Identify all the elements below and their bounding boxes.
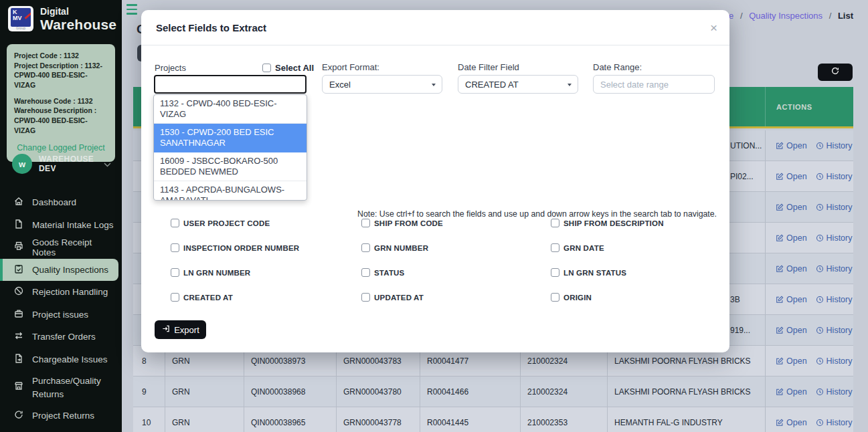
history-clock-icon bbox=[816, 234, 824, 242]
checkbox-icon[interactable] bbox=[171, 243, 179, 252]
refresh-button[interactable] bbox=[818, 64, 853, 81]
history-clock-icon bbox=[816, 357, 824, 365]
sidebar-item-dashboard[interactable]: Dashboard bbox=[0, 191, 122, 214]
dropdown-item[interactable]: 1143 - APCRDA-BUNGALOWS-AMARAVATI bbox=[154, 181, 307, 201]
open-link[interactable]: Open bbox=[776, 387, 807, 397]
field-label: SHIP FROM DESCRIPTION bbox=[563, 219, 664, 227]
history-link[interactable]: History bbox=[816, 264, 853, 274]
field-checkbox-row[interactable]: SHIP FROM CODE bbox=[361, 218, 551, 228]
breadcrumb-separator: / bbox=[829, 11, 832, 21]
checkbox-icon[interactable] bbox=[361, 219, 370, 227]
field-label: LN GRN NUMBER bbox=[183, 269, 250, 277]
row-actions: Open History bbox=[765, 161, 853, 191]
open-link[interactable]: Open bbox=[776, 295, 807, 304]
history-clock-icon bbox=[816, 296, 824, 304]
history-link[interactable]: History bbox=[816, 356, 853, 366]
sidebar-item-project-returns[interactable]: Project Returns bbox=[0, 405, 122, 427]
edit-icon bbox=[776, 203, 784, 211]
history-link[interactable]: History bbox=[816, 233, 853, 243]
field-checkbox-row[interactable]: GRN DATE bbox=[551, 243, 664, 253]
open-link[interactable]: Open bbox=[776, 326, 807, 335]
checkbox-icon[interactable] bbox=[551, 268, 559, 277]
row-actions: Open History bbox=[765, 407, 853, 432]
history-link[interactable]: History bbox=[816, 326, 853, 335]
edit-icon bbox=[776, 419, 784, 427]
field-checkbox-row[interactable]: CREATED AT bbox=[171, 292, 361, 302]
sidebar-item-goods-receipt-notes[interactable]: Goods Receipt Notes bbox=[0, 236, 122, 259]
export-format-value: Excel bbox=[329, 80, 351, 90]
history-link[interactable]: History bbox=[816, 295, 853, 304]
export-format-select[interactable]: Excel bbox=[322, 75, 442, 94]
history-link[interactable]: History bbox=[816, 418, 853, 427]
hamburger-menu-icon[interactable] bbox=[126, 4, 137, 15]
field-checkbox-row[interactable]: UPDATED AT bbox=[361, 292, 551, 302]
field-checkbox-row[interactable]: LN GRN NUMBER bbox=[171, 267, 361, 278]
avatar: w bbox=[12, 154, 32, 174]
user-menu[interactable]: w WAREHOUSE DEV bbox=[0, 151, 122, 177]
history-link[interactable]: History bbox=[816, 387, 853, 397]
field-checkbox-row[interactable]: GRN NUMBER bbox=[361, 243, 551, 253]
table-row: 9 GRN QIN000038968 GRN000043780 R0004146… bbox=[133, 376, 853, 407]
sidebar-item-chargeable-issues[interactable]: Chargeable Issues bbox=[0, 348, 122, 371]
open-link[interactable]: Open bbox=[776, 233, 807, 243]
checkbox-icon[interactable] bbox=[171, 268, 179, 277]
open-link[interactable]: Open bbox=[776, 418, 807, 427]
field-checkbox-row[interactable]: STATUS bbox=[361, 267, 551, 278]
sidebar-item-rejection-handling[interactable]: Rejection Handling bbox=[0, 281, 122, 304]
edit-icon bbox=[776, 234, 784, 242]
open-link[interactable]: Open bbox=[776, 264, 807, 274]
checkbox-icon[interactable] bbox=[551, 243, 559, 252]
field-checkbox-row[interactable]: SHIP FROM DESCRIPTION bbox=[551, 218, 664, 228]
briefcase-icon bbox=[13, 308, 24, 321]
history-link[interactable]: History bbox=[816, 172, 853, 181]
sidebar-item-material-intake-logs[interactable]: Material Intake Logs bbox=[0, 214, 122, 237]
sidebar-item-quality-inspections[interactable]: Quality Inspections bbox=[0, 259, 118, 282]
open-link[interactable]: Open bbox=[776, 172, 807, 181]
table-row: 10 GRN QIN000038965 GRN000043778 R000414… bbox=[133, 407, 853, 432]
modal-header: Select Fields to Extract × bbox=[141, 10, 729, 45]
sidebar-item-project-issues[interactable]: Project issues bbox=[0, 304, 122, 326]
dropdown-item[interactable]: 16009 - JSBCC-BOKARO-500 BEDDED NEWMED bbox=[154, 152, 307, 181]
select-all-checkbox-row[interactable]: Select All bbox=[262, 63, 314, 73]
history-link[interactable]: History bbox=[816, 141, 853, 150]
history-clock-icon bbox=[816, 388, 824, 396]
checkbox-icon[interactable] bbox=[361, 293, 370, 302]
search-hint-note: Note: Use ctrl+f to search the fields an… bbox=[357, 209, 717, 219]
export-button[interactable]: Export bbox=[155, 320, 206, 339]
date-range-input[interactable] bbox=[593, 75, 715, 94]
breadcrumb-quality-inspections-link[interactable]: Quality Inspections bbox=[749, 11, 822, 21]
projects-search-input[interactable] bbox=[154, 75, 307, 94]
logo-diagonal bbox=[24, 8, 31, 19]
sidebar-item-purchase-quality-returns[interactable]: Purchase/Quality Returns bbox=[0, 370, 122, 405]
field-checkbox-row[interactable]: USER PROJECT CODE bbox=[171, 218, 361, 228]
dropdown-item[interactable]: 1132 - CPWD-400 BED-ESIC- VIZAG bbox=[154, 95, 307, 124]
field-checkbox-row[interactable]: LN GRN STATUS bbox=[551, 267, 664, 278]
field-label: SHIP FROM CODE bbox=[374, 219, 443, 227]
sidebar-item-transfer-orders[interactable]: Transfer Orders bbox=[0, 326, 122, 348]
history-link[interactable]: History bbox=[816, 203, 853, 212]
dropdown-item[interactable]: 1530 - CPWD-200 BED ESIC SANATHNAGAR bbox=[154, 124, 307, 152]
close-icon[interactable]: × bbox=[710, 21, 717, 34]
field-checkbox-row[interactable]: INSPECTION ORDER NUMBER bbox=[171, 243, 361, 253]
row-actions: Open History bbox=[765, 315, 853, 345]
open-link[interactable]: Open bbox=[776, 141, 807, 150]
logo-subtext: Group bbox=[11, 27, 31, 30]
checkbox-icon[interactable] bbox=[551, 293, 559, 302]
checkbox-icon[interactable] bbox=[551, 219, 559, 227]
field-checkbox-row[interactable]: ORIGIN bbox=[551, 292, 664, 302]
date-filter-field-select[interactable]: CREATED AT bbox=[458, 75, 578, 94]
checkbox-icon[interactable] bbox=[171, 293, 179, 302]
open-link[interactable]: Open bbox=[776, 356, 807, 366]
checkbox-icon[interactable] bbox=[361, 268, 370, 277]
caret-down-icon bbox=[432, 84, 436, 86]
open-link[interactable]: Open bbox=[776, 203, 807, 212]
edit-icon bbox=[776, 388, 784, 396]
actions-column-header: ACTIONS bbox=[776, 103, 812, 111]
checkbox-icon[interactable] bbox=[262, 64, 271, 72]
transfer-arrows-icon bbox=[13, 330, 24, 343]
checkbox-icon[interactable] bbox=[361, 243, 370, 252]
project-info-card: Project Code : 1132 Project Description … bbox=[7, 44, 115, 162]
checkbox-icon[interactable] bbox=[171, 219, 179, 227]
brand: K MV Group Digital Warehouse bbox=[8, 6, 116, 31]
projects-label: Projects bbox=[155, 63, 186, 73]
